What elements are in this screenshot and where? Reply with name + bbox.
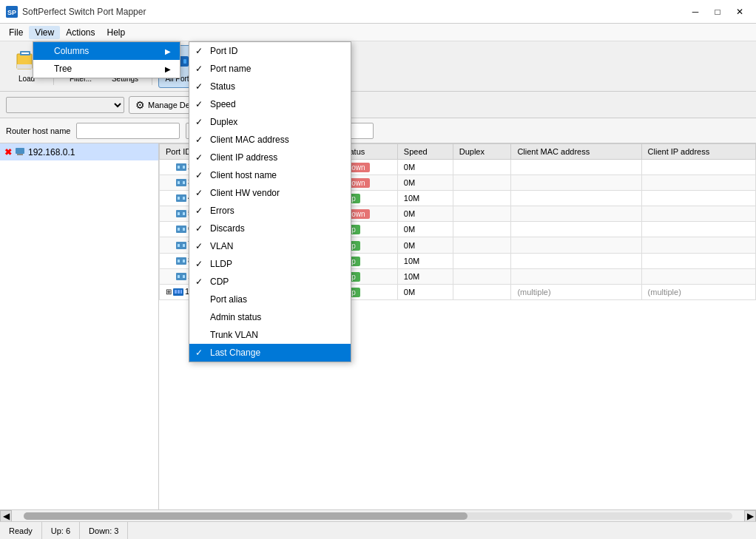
svg-rect-50 bbox=[178, 290, 180, 294]
device-select[interactable] bbox=[6, 97, 124, 113]
cell-duplex bbox=[453, 253, 511, 268]
cell-duplex bbox=[453, 237, 511, 253]
horizontal-scrollbar[interactable]: ◀ ▶ bbox=[0, 509, 756, 521]
gear-icon: ⚙ bbox=[135, 99, 145, 111]
view-tree-item[interactable]: Tree ▶ bbox=[33, 60, 180, 78]
check-errors: ✓ bbox=[195, 206, 203, 216]
check-port-name: ✓ bbox=[195, 64, 203, 74]
view-columns-item[interactable]: Columns ▶ bbox=[33, 42, 180, 60]
col-menu-last-change[interactable]: ✓Last Change bbox=[189, 344, 351, 362]
cell-speed: 10M bbox=[397, 253, 453, 268]
svg-rect-35 bbox=[183, 212, 185, 215]
col-menu-client-hw-vendor[interactable]: ✓Client HW vendor bbox=[189, 184, 351, 202]
menu-file[interactable]: File bbox=[3, 26, 29, 39]
col-menu-port-name[interactable]: ✓Port name bbox=[189, 60, 351, 78]
scroll-left-button[interactable]: ◀ bbox=[0, 510, 12, 522]
col-menu-vlan[interactable]: ✓VLAN bbox=[189, 237, 351, 255]
tree-label: Tree bbox=[54, 64, 72, 74]
cell-speed: 0M bbox=[397, 175, 453, 191]
svg-rect-4 bbox=[21, 52, 29, 54]
col-menu-discards[interactable]: ✓Discards bbox=[189, 220, 351, 237]
col-menu-admin-status[interactable]: ✓Admin status bbox=[189, 308, 351, 326]
cell-client-ip bbox=[641, 160, 755, 175]
svg-rect-29 bbox=[183, 181, 185, 184]
svg-rect-22 bbox=[16, 148, 24, 154]
menu-bar: File View Actions Help bbox=[0, 24, 756, 41]
cell-client-ip bbox=[641, 268, 755, 284]
svg-rect-31 bbox=[178, 197, 180, 200]
cell-duplex bbox=[453, 191, 511, 206]
check-status: ✓ bbox=[195, 81, 203, 92]
sidebar-item-host[interactable]: ✖ 192.168.0.1 bbox=[0, 143, 158, 160]
col-menu-client-host[interactable]: ✓Client host name bbox=[189, 166, 351, 184]
cell-client-mac bbox=[511, 237, 641, 253]
cell-client-mac bbox=[511, 222, 641, 237]
col-speed[interactable]: Speed bbox=[397, 144, 453, 160]
col-client-ip[interactable]: Client IP address bbox=[641, 144, 755, 160]
check-client-mac: ✓ bbox=[195, 135, 203, 145]
host-icon bbox=[15, 146, 25, 158]
svg-rect-43 bbox=[178, 260, 180, 262]
svg-rect-26 bbox=[183, 166, 185, 169]
svg-rect-44 bbox=[183, 260, 185, 262]
cell-client-mac bbox=[511, 206, 641, 222]
sidebar: ✖ 192.168.0.1 bbox=[0, 143, 159, 521]
status-ready: Ready bbox=[0, 522, 42, 539]
col-menu-cdp[interactable]: ✓CDP bbox=[189, 273, 351, 291]
col-menu-trunk-vlan[interactable]: ✓Trunk VLAN bbox=[189, 326, 351, 344]
col-menu-speed[interactable]: ✓Speed bbox=[189, 95, 351, 113]
check-discards: ✓ bbox=[195, 223, 203, 234]
scrollbar-thumb[interactable] bbox=[24, 512, 468, 520]
check-duplex: ✓ bbox=[195, 117, 203, 127]
check-client-hw-vendor: ✓ bbox=[195, 188, 203, 198]
col-menu-duplex[interactable]: ✓Duplex bbox=[189, 113, 351, 131]
col-menu-port-alias[interactable]: ✓Port alias bbox=[189, 291, 351, 308]
status-down: Down: 3 bbox=[80, 522, 128, 539]
router-host-label: Router host name bbox=[6, 126, 70, 135]
cell-client-ip bbox=[641, 237, 755, 253]
window-title: SoftPerfect Switch Port Mapper bbox=[22, 7, 685, 17]
cell-duplex bbox=[453, 222, 511, 237]
cell-client-ip: (multiple) bbox=[641, 284, 755, 299]
router-host-input[interactable] bbox=[76, 123, 180, 139]
check-client-host: ✓ bbox=[195, 170, 203, 180]
scroll-right-button[interactable]: ▶ bbox=[744, 510, 756, 522]
tree-arrow: ▶ bbox=[165, 65, 171, 73]
cell-client-ip bbox=[641, 206, 755, 222]
col-menu-port-id[interactable]: ✓Port ID bbox=[189, 42, 351, 60]
columns-submenu: ✓Port ID ✓Port name ✓Status ✓Speed ✓Dupl… bbox=[189, 41, 351, 362]
minimize-button[interactable]: ─ bbox=[685, 4, 706, 19]
svg-rect-49 bbox=[175, 290, 177, 294]
col-duplex[interactable]: Duplex bbox=[453, 144, 511, 160]
col-menu-client-mac[interactable]: ✓Client MAC address bbox=[189, 131, 351, 149]
menu-help[interactable]: Help bbox=[101, 26, 132, 39]
cell-speed: 0M bbox=[397, 237, 453, 253]
cell-duplex bbox=[453, 268, 511, 284]
cell-client-ip bbox=[641, 253, 755, 268]
menu-view[interactable]: View bbox=[29, 26, 60, 39]
view-menu-dropdown: Columns ▶ Tree ▶ bbox=[33, 41, 180, 78]
maximize-button[interactable]: □ bbox=[707, 4, 728, 19]
columns-label: Columns bbox=[54, 46, 89, 56]
scrollbar-track[interactable] bbox=[24, 512, 732, 520]
cell-speed: 0M bbox=[397, 160, 453, 175]
toolbar2: ⚙ Manage Devices i Info ▶ Go bbox=[0, 92, 756, 118]
cell-client-mac: (multiple) bbox=[511, 284, 641, 299]
cell-client-mac bbox=[511, 160, 641, 175]
cell-duplex bbox=[453, 206, 511, 222]
check-vlan: ✓ bbox=[195, 241, 203, 251]
columns-arrow: ▶ bbox=[165, 47, 171, 55]
col-menu-lldp[interactable]: ✓LLDP bbox=[189, 255, 351, 273]
remove-icon[interactable]: ✖ bbox=[4, 147, 12, 157]
expand-icon[interactable]: ⊞ bbox=[166, 288, 172, 296]
cell-client-mac bbox=[511, 253, 641, 268]
col-menu-errors[interactable]: ✓Errors bbox=[189, 202, 351, 220]
check-port-id: ✓ bbox=[195, 46, 203, 56]
menu-actions[interactable]: Actions bbox=[60, 26, 101, 39]
col-menu-client-ip[interactable]: ✓Client IP address bbox=[189, 149, 351, 166]
col-menu-status[interactable]: ✓Status bbox=[189, 78, 351, 95]
close-button[interactable]: ✕ bbox=[729, 4, 750, 19]
col-client-mac[interactable]: Client MAC address bbox=[511, 144, 641, 160]
cell-speed: 0M bbox=[397, 284, 453, 299]
check-speed: ✓ bbox=[195, 99, 203, 109]
